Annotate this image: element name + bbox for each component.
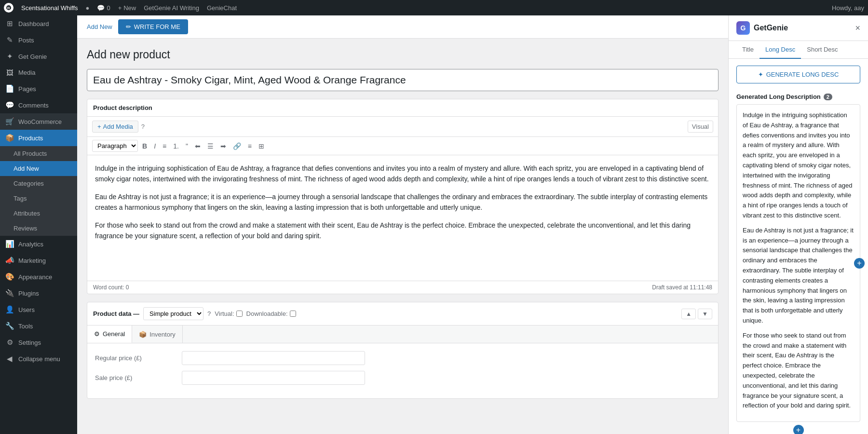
downloadable-checkbox[interactable]	[290, 311, 296, 317]
word-count: Word count: 0	[93, 284, 129, 291]
virtual-checkbox-group: Virtual:	[215, 310, 242, 317]
submenu-categories[interactable]: Categories	[0, 176, 77, 191]
product-data-box: Product data — Simple product ? Virtual:…	[87, 302, 719, 399]
question-icon[interactable]: ?	[207, 310, 211, 317]
description-box: Product description + Add Media ? Visual…	[87, 99, 719, 294]
sidebar-item-label: Posts	[18, 37, 34, 44]
submenu-add-new[interactable]: Add New	[0, 161, 77, 176]
product-data-fields: Regular price (£) Sale price (£)	[87, 343, 718, 398]
downloadable-label: Downloadable:	[246, 310, 288, 317]
sidebar-item-label: Analytics	[18, 241, 43, 248]
align-center-button[interactable]: ☰	[205, 141, 216, 151]
sidebar-item-get-genie[interactable]: ✦ Get Genie	[0, 48, 77, 65]
help-icon[interactable]: ?	[141, 123, 145, 130]
comment-icon: 💬	[97, 4, 105, 12]
generate-long-desc-button[interactable]: ✦ GENERATE LONG DESC	[736, 66, 860, 83]
sidebar-item-settings[interactable]: ⚙ Settings	[0, 334, 77, 351]
format-toolbar: Paragraph B I ≡ 1. " ⬅ ☰ ➡ 🔗 ≡ ⊞	[87, 137, 718, 155]
topbar-plugin1[interactable]: GetGenie AI Writing	[144, 4, 199, 12]
insert-item1-button[interactable]: +	[854, 258, 865, 269]
visual-button[interactable]: Visual	[688, 121, 713, 133]
site-name[interactable]: Scentsational Whiffs	[21, 4, 78, 12]
genie-icon: ✦	[5, 52, 14, 61]
between-items-area: +	[736, 425, 860, 434]
ordered-list-button[interactable]: 1.	[171, 141, 181, 151]
sidebar-item-label: Plugins	[18, 290, 39, 297]
add-media-button[interactable]: + Add Media	[92, 121, 138, 133]
write-for-me-button[interactable]: ✏ WRITE FOR ME	[118, 19, 188, 34]
bold-button[interactable]: B	[140, 141, 149, 151]
add-between-button[interactable]: +	[793, 425, 804, 434]
sidebar-item-users[interactable]: 👤 Users	[0, 301, 77, 318]
sidebar-item-media[interactable]: 🖼 Media	[0, 65, 77, 81]
product-data-tabs: ⚙ General 📦 Inventory	[87, 326, 718, 343]
sidebar-item-products[interactable]: 📦 Products	[0, 130, 77, 146]
virtual-checkbox[interactable]	[236, 311, 243, 317]
topbar-comments[interactable]: 💬 0	[97, 4, 110, 12]
submenu-reviews[interactable]: Reviews	[0, 221, 77, 236]
wand-icon: ✦	[758, 71, 763, 78]
sidebar-item-collapse[interactable]: ◀ Collapse menu	[0, 351, 77, 367]
product-type-select[interactable]: Simple product	[143, 307, 203, 320]
content-paragraph-2: Eau de Ashtray is not just a fragrance; …	[95, 191, 710, 213]
description-content[interactable]: Indulge in the intriguing sophistication…	[87, 155, 718, 281]
sidebar: ⊞ Dashboard ✎ Posts ✦ Get Genie 🖼 Media …	[0, 15, 77, 434]
sidebar-item-woocommerce[interactable]: 🛒 WooCommerce	[0, 113, 77, 130]
getgenie-close-button[interactable]: ×	[855, 24, 860, 32]
general-tab-icon: ⚙	[94, 330, 100, 338]
sidebar-item-dashboard[interactable]: ⊞ Dashboard	[0, 15, 77, 32]
sidebar-item-label: Tools	[18, 323, 33, 330]
expand-collapse-buttons: ▲ ▼	[681, 309, 712, 319]
add-new-link[interactable]: Add New	[87, 23, 112, 30]
sale-price-input[interactable]	[182, 371, 365, 385]
unordered-list-button[interactable]: ≡	[160, 141, 169, 151]
submenu-label: Attributes	[14, 210, 40, 217]
submenu-tags[interactable]: Tags	[0, 191, 77, 206]
plus-icon: +	[118, 4, 122, 12]
topbar-plugin2[interactable]: GenieChat	[207, 4, 237, 12]
content-paragraph-3: For those who seek to stand out from the…	[95, 220, 710, 242]
submenu-label: Add New	[14, 165, 39, 172]
submenu-attributes[interactable]: Attributes	[0, 206, 77, 221]
tab-inventory[interactable]: 📦 Inventory	[132, 326, 182, 343]
getgenie-logo-icon: G	[736, 21, 750, 35]
content-paragraph-1: Indulge in the intriguing sophistication…	[95, 163, 710, 185]
wp-logo[interactable]: W	[4, 3, 14, 13]
regular-price-input[interactable]	[182, 351, 365, 365]
submenu-label: Tags	[14, 195, 27, 202]
paragraph-select[interactable]: Paragraph	[92, 140, 138, 152]
align-right-button[interactable]: ➡	[218, 141, 229, 151]
tab-short-desc[interactable]: Short Desc	[801, 41, 843, 59]
submenu-label: Reviews	[14, 225, 37, 232]
insert-button[interactable]: ≡	[245, 141, 254, 151]
tab-general[interactable]: ⚙ General	[87, 326, 132, 343]
sidebar-item-tools[interactable]: 🔧 Tools	[0, 318, 77, 334]
sidebar-item-posts[interactable]: ✎ Posts	[0, 32, 77, 48]
sub-header: Add New ✏ WRITE FOR ME	[77, 15, 728, 39]
product-title-input[interactable]	[87, 69, 719, 91]
submenu-label: All Products	[14, 150, 47, 157]
link-button[interactable]: 🔗	[231, 141, 244, 151]
submenu-all-products[interactable]: All Products	[0, 146, 77, 161]
align-left-button[interactable]: ⬅	[192, 141, 203, 151]
topbar-new[interactable]: + New	[118, 4, 136, 12]
posts-icon: ✎	[5, 36, 14, 44]
sidebar-item-comments[interactable]: 💬 Comments	[0, 97, 77, 113]
generated-content: Indulge in the intriguing sophistication…	[729, 104, 868, 434]
sidebar-item-pages[interactable]: 📄 Pages	[0, 81, 77, 97]
sidebar-item-label: WooCommerce	[18, 118, 62, 125]
italic-button[interactable]: I	[151, 141, 158, 151]
sidebar-item-appearance[interactable]: 🎨 Appearance	[0, 269, 77, 285]
tab-title[interactable]: Title	[736, 41, 760, 59]
tab-long-desc[interactable]: Long Desc	[760, 41, 801, 59]
expand-button[interactable]: ▲	[681, 309, 696, 319]
dashboard-icon: ⊞	[5, 19, 14, 28]
collapse-button[interactable]: ▼	[698, 309, 712, 319]
blockquote-button[interactable]: "	[183, 141, 190, 151]
product-data-controls: Product data — Simple product ? Virtual:…	[93, 307, 296, 320]
sidebar-item-plugins[interactable]: 🔌 Plugins	[0, 285, 77, 301]
gen-item1-p1: Indulge in the intriguing sophistication…	[743, 110, 854, 221]
table-button[interactable]: ⊞	[256, 141, 267, 151]
sidebar-item-marketing[interactable]: 📣 Marketing	[0, 252, 77, 269]
sidebar-item-analytics[interactable]: 📊 Analytics	[0, 236, 77, 252]
